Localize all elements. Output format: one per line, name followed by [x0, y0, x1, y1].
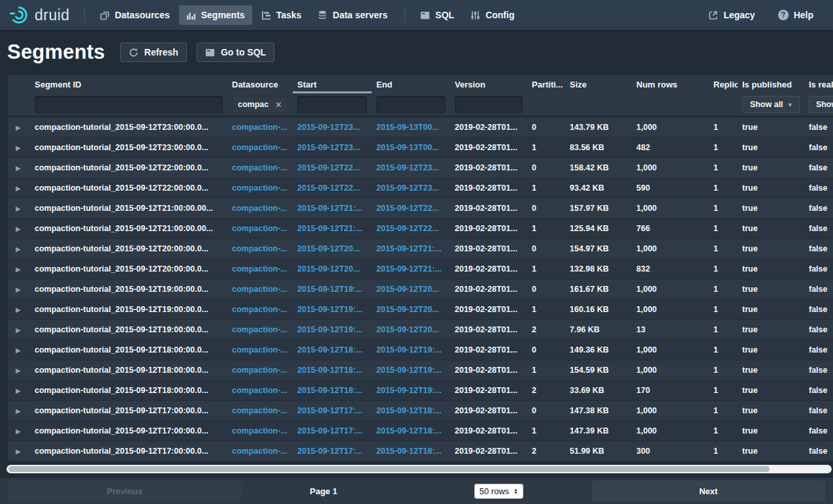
cell-datasource[interactable]: compaction-... — [227, 401, 293, 420]
nav-item-sql[interactable]: SQL — [413, 5, 461, 25]
cell-start[interactable]: 2015-09-12T18:... — [293, 360, 372, 380]
version-filter-input[interactable] — [455, 96, 523, 113]
cell-end[interactable]: 2015-09-12T21:... — [372, 239, 450, 259]
row-expander-icon[interactable]: ▶ — [12, 407, 21, 415]
cell-end[interactable]: 2015-09-12T19:... — [372, 360, 450, 380]
cell-end[interactable]: 2015-09-12T18:... — [372, 401, 450, 420]
nav-item-data-servers[interactable]: Data servers — [310, 5, 395, 25]
cell-datasource[interactable]: compaction-... — [227, 138, 293, 157]
refresh-button[interactable]: Refresh — [120, 42, 187, 62]
cell-start[interactable]: 2015-09-12T20... — [293, 239, 372, 259]
cell-end[interactable]: 2015-09-12T22... — [372, 198, 450, 218]
row-expander-icon[interactable]: ▶ — [12, 286, 21, 293]
is-realtime-filter-select[interactable]: Show all ▾ — [809, 96, 833, 113]
nav-item-datasources[interactable]: Datasources — [93, 5, 177, 25]
row-expander-icon[interactable]: ▶ — [12, 205, 21, 212]
column-header-is-realtime[interactable]: Is realtime — [804, 75, 833, 93]
nav-item-segments[interactable]: Segments — [179, 5, 252, 25]
row-expander-icon[interactable]: ▶ — [12, 306, 21, 313]
column-header-replicas[interactable]: Replic... — [709, 75, 738, 93]
column-header-segment-id[interactable]: Segment ID — [30, 75, 227, 93]
row-expander-icon[interactable]: ▶ — [12, 144, 21, 151]
cell-start[interactable]: 2015-09-12T17:... — [293, 421, 372, 441]
start-filter-input[interactable] — [297, 96, 367, 113]
column-header-start[interactable]: Start — [293, 75, 372, 93]
cell-end[interactable]: 2015-09-13T00... — [372, 118, 450, 137]
column-header-num-rows[interactable]: Num rows — [632, 75, 709, 93]
cell-start[interactable]: 2015-09-12T19:... — [293, 279, 372, 299]
row-expander-icon[interactable]: ▶ — [12, 225, 21, 232]
row-expander-icon[interactable]: ▶ — [12, 428, 21, 435]
column-header-version[interactable]: Version — [450, 75, 527, 93]
cell-end[interactable]: 2015-09-12T22... — [372, 219, 450, 238]
row-expander-icon[interactable]: ▶ — [12, 367, 21, 374]
clear-filter-icon[interactable]: ✕ — [275, 100, 282, 110]
end-filter-input[interactable] — [376, 96, 446, 113]
column-header-datasource[interactable]: Datasource — [227, 75, 293, 93]
cell-start[interactable]: 2015-09-12T17:... — [293, 441, 372, 461]
next-page-button[interactable]: Next — [592, 480, 825, 501]
is-published-filter-select[interactable]: Show all ▾ — [742, 96, 800, 113]
cell-datasource[interactable]: compaction-... — [227, 198, 293, 218]
datasource-filter-tag[interactable]: compac ✕ — [232, 96, 288, 113]
row-expander-icon[interactable]: ▶ — [12, 387, 21, 394]
nav-item-config[interactable]: Config — [463, 5, 521, 25]
row-expander-icon[interactable]: ▶ — [12, 266, 21, 273]
column-header-partition[interactable]: Partiti... — [527, 75, 565, 93]
cell-end[interactable]: 2015-09-12T20... — [372, 320, 450, 339]
row-expander-icon[interactable]: ▶ — [12, 245, 21, 253]
row-expander-icon[interactable]: ▶ — [12, 165, 21, 172]
goto-sql-button[interactable]: Go to SQL — [197, 42, 274, 62]
row-expander-icon[interactable]: ▶ — [12, 185, 21, 192]
cell-end[interactable]: 2015-09-12T20... — [372, 300, 450, 319]
previous-page-button[interactable]: Previous — [8, 480, 241, 501]
column-header-end[interactable]: End — [372, 75, 450, 93]
cell-datasource[interactable]: compaction-... — [227, 118, 293, 137]
cell-datasource[interactable]: compaction-... — [227, 340, 293, 360]
cell-end[interactable]: 2015-09-12T18:... — [372, 421, 450, 441]
row-expander-icon[interactable]: ▶ — [12, 347, 21, 354]
cell-end[interactable]: 2015-09-12T20... — [372, 279, 450, 299]
cell-start[interactable]: 2015-09-12T23... — [293, 138, 372, 157]
cell-end[interactable]: 2015-09-12T19:... — [372, 340, 450, 360]
horizontal-scrollbar-thumb[interactable] — [8, 466, 770, 472]
cell-start[interactable]: 2015-09-12T22... — [293, 178, 372, 198]
cell-datasource[interactable]: compaction-... — [227, 441, 293, 461]
cell-datasource[interactable]: compaction-... — [227, 320, 293, 339]
cell-end[interactable]: 2015-09-12T21:... — [372, 259, 450, 279]
cell-start[interactable]: 2015-09-12T20... — [293, 259, 372, 279]
cell-end[interactable]: 2015-09-12T19:... — [372, 381, 450, 400]
cell-datasource[interactable]: compaction-... — [227, 360, 293, 380]
cell-start[interactable]: 2015-09-12T19:... — [293, 320, 372, 339]
cell-end[interactable]: 2015-09-13T00... — [372, 138, 450, 157]
rows-per-page-select[interactable]: 50 rows ▲▼ — [474, 484, 523, 499]
cell-start[interactable]: 2015-09-12T21:... — [293, 219, 372, 238]
row-expander-icon[interactable]: ▶ — [12, 326, 21, 334]
cell-datasource[interactable]: compaction-... — [227, 279, 293, 299]
cell-datasource[interactable]: compaction-... — [227, 219, 293, 238]
cell-end[interactable]: 2015-09-12T18:... — [372, 441, 450, 461]
cell-datasource[interactable]: compaction-... — [227, 239, 293, 259]
cell-datasource[interactable]: compaction-... — [227, 300, 293, 319]
cell-datasource[interactable]: compaction-... — [227, 259, 293, 279]
cell-start[interactable]: 2015-09-12T18:... — [293, 381, 372, 400]
column-header-is-published[interactable]: Is published — [738, 75, 804, 93]
cell-start[interactable]: 2015-09-12T17:... — [293, 401, 372, 420]
cell-start[interactable]: 2015-09-12T19:... — [293, 300, 372, 319]
cell-datasource[interactable]: compaction-... — [227, 381, 293, 400]
nav-item-legacy[interactable]: Legacy — [701, 5, 762, 25]
column-header-size[interactable]: Size — [565, 75, 632, 93]
row-expander-icon[interactable]: ▶ — [12, 448, 21, 455]
cell-end[interactable]: 2015-09-12T23... — [372, 158, 450, 178]
cell-start[interactable]: 2015-09-12T23... — [293, 118, 372, 137]
cell-datasource[interactable]: compaction-... — [227, 421, 293, 441]
row-expander-icon[interactable]: ▶ — [12, 124, 21, 131]
cell-end[interactable]: 2015-09-12T23... — [372, 178, 450, 198]
cell-datasource[interactable]: compaction-... — [227, 158, 293, 178]
nav-item-help[interactable]: ? Help — [771, 5, 821, 25]
segment-id-filter-input[interactable] — [35, 96, 223, 113]
cell-datasource[interactable]: compaction-... — [227, 178, 293, 198]
druid-brand[interactable]: druid — [9, 5, 70, 25]
cell-start[interactable]: 2015-09-12T21:... — [293, 198, 372, 218]
cell-start[interactable]: 2015-09-12T22... — [293, 158, 372, 178]
